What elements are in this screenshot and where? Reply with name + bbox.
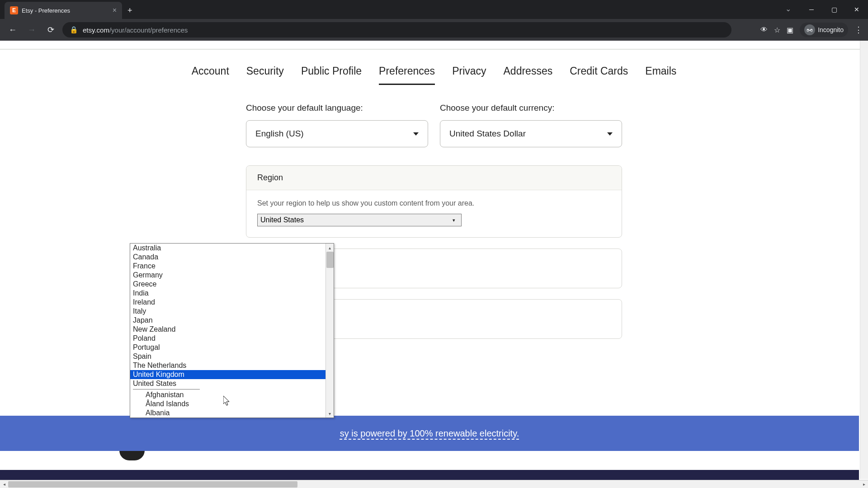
svg-point-0 [807,30,809,32]
dropdown-option[interactable]: United Kingdom [130,370,334,379]
dropdown-option[interactable]: United States [130,379,334,388]
region-dropdown[interactable]: AustraliaCanadaFranceGermanyGreeceIndiaI… [130,243,334,418]
dropdown-option[interactable]: The Netherlands [130,361,334,370]
footer-dark-strip [0,470,859,480]
dropdown-option[interactable]: Germany [130,271,334,280]
region-select[interactable]: United States ▾ [257,214,462,226]
new-tab-button[interactable]: + [127,6,132,15]
dropdown-option[interactable]: Åland Islands [130,399,334,408]
dropdown-option[interactable]: India [130,289,334,298]
currency-value: United States Dollar [449,129,526,139]
eye-off-icon[interactable]: 👁 [760,26,768,34]
scroll-thumb[interactable] [326,252,334,268]
browser-toolbar: ← → ⟳ 🔒 etsy.com/your/account/preference… [0,19,868,41]
favicon-icon: E [10,6,18,14]
chevron-down-icon: ▾ [449,216,458,225]
dropdown-option[interactable]: Ireland [130,298,334,307]
svg-point-1 [811,30,812,32]
incognito-icon [804,24,815,35]
toolbar-right: 👁 ☆ ▣ Incognito ⋮ [760,23,863,37]
incognito-label: Incognito [818,26,844,33]
region-selected-value: United States [260,216,304,224]
language-value: English (US) [255,129,304,139]
dropdown-option[interactable]: Greece [130,280,334,289]
close-tab-icon[interactable]: × [113,6,117,14]
window-controls: ─ ▢ ✕ [800,0,868,19]
tab-security[interactable]: Security [246,65,284,85]
tab-privacy[interactable]: Privacy [452,65,486,85]
maximize-button[interactable]: ▢ [823,0,845,19]
tab-preferences[interactable]: Preferences [379,65,435,85]
dropdown-scroll: AustraliaCanadaFranceGermanyGreeceIndiaI… [130,244,334,418]
scroll-right-icon[interactable]: ▸ [860,480,868,488]
minimize-button[interactable]: ─ [800,0,823,19]
tab-public-profile[interactable]: Public Profile [301,65,362,85]
url-text: etsy.com/your/account/preferences [83,26,188,34]
dropdown-option[interactable]: Italy [130,307,334,316]
address-bar[interactable]: 🔒 etsy.com/your/account/preferences [62,22,731,38]
dropdown-option[interactable]: Spain [130,352,334,361]
dropdown-option[interactable]: Poland [130,334,334,343]
tab-title: Etsy - Preferences [22,7,109,14]
tab-credit-cards[interactable]: Credit Cards [570,65,628,85]
language-label: Choose your default language: [246,103,428,113]
language-select[interactable]: English (US) [246,120,428,147]
close-window-button[interactable]: ✕ [845,0,868,19]
dropdown-items: AustraliaCanadaFranceGermanyGreeceIndiaI… [130,244,334,418]
dropdown-option[interactable]: Japan [130,316,334,325]
incognito-badge[interactable]: Incognito [800,23,848,37]
caret-down-icon [607,132,613,136]
page-scrollbar[interactable] [860,41,868,479]
horizontal-scrollbar[interactable]: ◂ ▸ [0,480,868,488]
dropdown-option[interactable]: Afghanistan [130,390,334,399]
region-description: Set your region to help us show you cust… [257,199,611,207]
language-group: Choose your default language: English (U… [246,103,428,147]
region-header: Region [246,166,622,190]
tab-emails[interactable]: Emails [645,65,676,85]
horizontal-thumb[interactable] [8,481,297,488]
region-body: Set your region to help us show you cust… [246,190,622,237]
dropdown-scrollbar[interactable]: ▴ ▾ [326,244,334,418]
tab-search-icon[interactable]: ⌄ [785,5,791,13]
dropdown-option[interactable]: Albania [130,408,334,418]
currency-label: Choose your default currency: [440,103,622,113]
dropdown-option[interactable]: France [130,262,334,271]
caret-down-icon [413,132,419,136]
account-tabs: Account Security Public Profile Preferen… [0,50,868,85]
tab-account[interactable]: Account [192,65,229,85]
footer-banner: sy is powered by 100% renewable electric… [0,416,859,451]
scroll-up-icon[interactable]: ▴ [326,244,334,252]
dropdown-option[interactable]: Canada [130,253,334,262]
reload-button[interactable]: ⟳ [43,23,58,37]
dropdown-option[interactable]: New Zealand [130,325,334,334]
scroll-down-icon[interactable]: ▾ [326,409,334,418]
panel-icon[interactable]: ▣ [787,26,793,34]
browser-tab[interactable]: E Etsy - Preferences × [5,2,122,19]
lang-currency-row: Choose your default language: English (U… [246,103,622,147]
dropdown-option[interactable]: Portugal [130,343,334,352]
dropdown-option[interactable]: Australia [130,244,334,253]
currency-group: Choose your default currency: United Sta… [440,103,622,147]
region-panel: Region Set your region to help us show y… [246,165,622,238]
dropdown-separator [133,389,200,389]
lock-icon: 🔒 [70,26,78,34]
tab-bar: E Etsy - Preferences × + [0,0,868,19]
back-button[interactable]: ← [5,23,20,37]
tab-addresses[interactable]: Addresses [504,65,553,85]
footer-link[interactable]: sy is powered by 100% renewable electric… [340,428,519,439]
bookmark-icon[interactable]: ☆ [774,26,780,34]
browser-chrome: E Etsy - Preferences × + ⌄ ─ ▢ ✕ ← → ⟳ 🔒… [0,0,868,41]
menu-icon[interactable]: ⋮ [854,25,863,35]
forward-button[interactable]: → [24,23,39,37]
currency-select[interactable]: United States Dollar [440,120,622,147]
scroll-left-icon[interactable]: ◂ [0,480,8,488]
